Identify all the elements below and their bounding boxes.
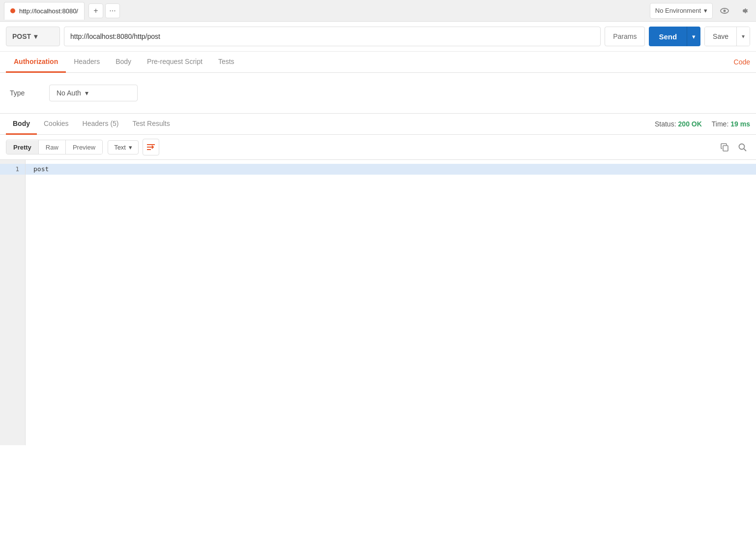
format-raw-button[interactable]: Raw: [39, 141, 65, 154]
line-number-1: 1: [0, 164, 25, 175]
add-tab-button[interactable]: +: [88, 3, 103, 18]
format-group: Pretty Raw Preview: [6, 140, 103, 154]
request-bar: POST ▾ Params Send ▾ Save ▾: [0, 22, 756, 52]
tab-actions: + ···: [88, 3, 120, 18]
eye-icon-button[interactable]: [717, 3, 732, 19]
copy-button[interactable]: [717, 139, 732, 155]
code-area: 1 post: [0, 160, 756, 445]
browser-tab-bar: http://localhost:8080/ + ··· No Environm…: [0, 0, 756, 22]
auth-type-value: No Auth: [57, 89, 81, 97]
save-button-group: Save ▾: [704, 27, 750, 46]
status-area: Status: 200 OK Time: 19 ms: [655, 120, 750, 128]
svg-point-1: [724, 9, 726, 12]
tab-url-label: http://localhost:8080/: [19, 7, 78, 15]
response-tab-cookies[interactable]: Cookies: [37, 114, 76, 135]
send-dropdown-button[interactable]: ▾: [687, 27, 700, 46]
save-dropdown-button[interactable]: ▾: [736, 27, 750, 46]
type-value: Text: [114, 144, 126, 151]
code-line-1: post: [26, 164, 756, 175]
tab-body[interactable]: Body: [108, 52, 139, 73]
send-button-group: Send ▾: [649, 27, 700, 46]
type-select[interactable]: Text ▾: [108, 140, 139, 154]
search-button[interactable]: [734, 139, 750, 155]
browser-tab[interactable]: http://localhost:8080/: [4, 2, 85, 20]
env-label: No Environment: [655, 7, 701, 14]
auth-row: Type No Auth ▾: [10, 85, 746, 101]
time-label: Time:: [712, 120, 728, 128]
settings-icon-button[interactable]: [736, 3, 752, 19]
auth-type-select[interactable]: No Auth ▾: [49, 85, 138, 101]
code-link[interactable]: Code: [734, 58, 750, 66]
params-button[interactable]: Params: [605, 27, 645, 46]
response-tabs-row: Body Cookies Headers (5) Test Results St…: [0, 114, 756, 135]
method-dropdown-arrow: ▾: [34, 32, 37, 40]
tab-authorization[interactable]: Authorization: [6, 52, 66, 73]
more-tabs-button[interactable]: ···: [105, 3, 120, 18]
tab-pre-request-script[interactable]: Pre-request Script: [139, 52, 210, 73]
auth-type-label: Type: [10, 89, 39, 97]
svg-rect-5: [723, 146, 728, 151]
method-select[interactable]: POST ▾: [6, 27, 60, 46]
tab-dot-indicator: [10, 8, 15, 13]
response-tab-test-results[interactable]: Test Results: [126, 114, 177, 135]
auth-dropdown-arrow: ▾: [85, 89, 88, 97]
status-value: 200 OK: [678, 120, 702, 128]
auth-section: Type No Auth ▾: [0, 73, 756, 114]
env-dropdown-arrow: ▾: [704, 7, 707, 14]
wrap-button[interactable]: [143, 139, 159, 155]
send-button[interactable]: Send: [649, 27, 687, 46]
type-dropdown-arrow: ▾: [129, 144, 132, 151]
time-value: 19 ms: [730, 120, 750, 128]
tab-tests[interactable]: Tests: [210, 52, 242, 73]
format-pretty-button[interactable]: Pretty: [6, 141, 38, 154]
env-area: No Environment ▾: [650, 3, 752, 19]
method-label: POST: [12, 32, 31, 40]
line-numbers: 1: [0, 160, 26, 445]
url-input[interactable]: [64, 27, 601, 46]
format-preview-button[interactable]: Preview: [66, 141, 102, 154]
tab-headers[interactable]: Headers: [66, 52, 108, 73]
response-tab-headers[interactable]: Headers (5): [76, 114, 126, 135]
body-toolbar: Pretty Raw Preview Text ▾: [0, 135, 756, 160]
svg-line-7: [744, 149, 747, 152]
environment-select[interactable]: No Environment ▾: [650, 3, 713, 19]
code-content: post: [26, 160, 756, 445]
request-tabs-row: Authorization Headers Body Pre-request S…: [0, 52, 756, 73]
response-tab-body[interactable]: Body: [6, 114, 37, 135]
svg-point-6: [739, 144, 745, 150]
status-label: Status:: [655, 120, 676, 128]
save-button[interactable]: Save: [705, 27, 736, 46]
